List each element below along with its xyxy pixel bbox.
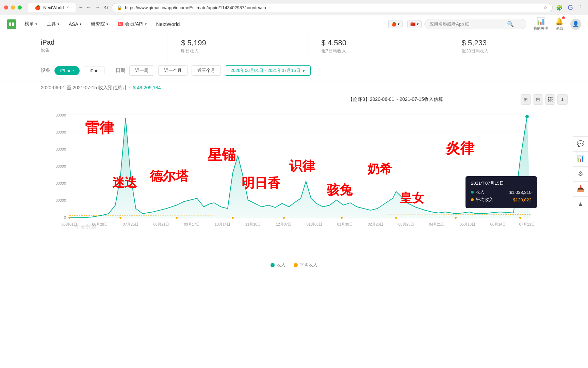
tooltip-date: 2021年07月15日 xyxy=(471,180,532,186)
svg-text:05月18日: 05月18日 xyxy=(460,222,475,226)
chart-shrink-button[interactable]: ⊟ xyxy=(533,94,543,105)
flag-arrow: ▾ xyxy=(417,22,419,26)
nav-research-arrow: ▾ xyxy=(107,22,108,26)
stat-yesterday: $ 5,199 昨日收入 xyxy=(167,33,308,60)
lock-icon: 🔒 xyxy=(117,5,122,10)
tooltip-revenue-label: 收入 xyxy=(476,189,485,195)
svg-point-21 xyxy=(232,217,234,219)
svg-point-24 xyxy=(395,217,397,219)
notification-badge xyxy=(562,16,565,19)
search-input[interactable] xyxy=(429,21,504,27)
nav-actions: 📊 我的关注 🔔 消息 👤 xyxy=(533,17,581,31)
legend-avg: 平均收入 xyxy=(294,262,317,268)
extensions-icon[interactable]: 🧩 xyxy=(556,4,563,11)
svg-text:10月14日: 10月14日 xyxy=(215,222,230,226)
profile-icon[interactable]: G xyxy=(568,4,573,12)
legend-avg-dot xyxy=(294,263,298,267)
nav-rankings-arrow: ▾ xyxy=(35,22,37,26)
svg-point-18 xyxy=(68,217,70,219)
svg-text:08月21日: 08月21日 xyxy=(153,222,169,226)
svg-text:00000: 00000 xyxy=(55,113,66,117)
nav-item-research[interactable]: 研究院 ▾ xyxy=(86,15,113,33)
svg-text:09月17日: 09月17日 xyxy=(184,222,200,226)
svg-text:0: 0 xyxy=(64,215,66,219)
recent-week-button[interactable]: 近一周 xyxy=(129,65,154,76)
nav-item-membership[interactable]: N 会员/API ▾ xyxy=(113,15,151,33)
device-filter-label: 设备 xyxy=(41,67,50,74)
my-follow-button[interactable]: 📊 我的关注 xyxy=(533,17,548,31)
date-filter-label: 日期 xyxy=(116,67,125,74)
chart-actions: ⊞ ⊟ 🖼 ⬇ xyxy=(521,94,568,105)
platform-apple-button[interactable]: 🍎 ▾ xyxy=(388,20,403,28)
nav-item-tools[interactable]: 工具 ▾ xyxy=(42,15,64,33)
total-amount: $ 49,209,184 xyxy=(133,85,161,90)
tab-close-icon[interactable]: × xyxy=(66,5,69,10)
tooltip-avg-value: $120,022 xyxy=(513,197,532,202)
nav-asa-arrow: ▾ xyxy=(80,22,81,26)
iphone-filter-button[interactable]: iPhone xyxy=(54,66,80,75)
bookmark-icon[interactable]: ☆ xyxy=(543,5,548,10)
tooltip-revenue-row: 收入 $1,038,310 xyxy=(471,189,532,195)
nav-research-label: 研究院 xyxy=(91,21,105,27)
stat-yesterday-value: $ 5,199 xyxy=(181,39,294,47)
chart-legend: 收入 平均收入 xyxy=(0,262,588,268)
stat-30day-label: 近30日均收入 xyxy=(462,48,574,54)
sidebar-chart-button[interactable]: 📊 xyxy=(573,151,588,166)
nav-brand-text: NextWorld xyxy=(156,21,180,27)
sidebar-scroll-up-button[interactable]: ▲ xyxy=(573,196,588,211)
ipad-filter-button[interactable]: iPad xyxy=(84,66,104,75)
nav-item-rankings[interactable]: 榜单 ▾ xyxy=(20,15,42,33)
tab-title: NextWorld xyxy=(43,5,64,10)
svg-text:12月07日: 12月07日 xyxy=(276,222,292,226)
nav-asa-label: ASA xyxy=(69,21,78,27)
stats-row: iPad 设备 $ 5,199 昨日收入 $ 4,580 近7日均收入 $ 5,… xyxy=(0,33,588,60)
sidebar-download-button[interactable]: 📥 xyxy=(573,181,588,196)
filter-divider xyxy=(110,67,110,74)
country-button[interactable]: 🇨🇳 ▾ xyxy=(407,20,422,28)
user-avatar[interactable]: 👤 xyxy=(570,19,581,30)
nav-item-asa[interactable]: ASA ▾ xyxy=(64,15,86,33)
sidebar-settings-button[interactable]: ⚙ xyxy=(573,166,588,181)
search-icon[interactable]: 🔍 xyxy=(507,21,514,27)
follow-icon: 📊 xyxy=(537,17,545,25)
svg-text:01月03日: 01月03日 xyxy=(307,222,322,226)
svg-text:06月14日: 06月14日 xyxy=(490,222,506,226)
legend-avg-label: 平均收入 xyxy=(300,262,317,268)
chart-tooltip: 2021年07月15日 收入 $1,038,310 平均收入 $120,022 xyxy=(466,176,537,208)
chart-download-button[interactable]: ⬇ xyxy=(557,94,568,105)
chart-image-button[interactable]: 🖼 xyxy=(545,94,555,105)
svg-text:07月25日: 07月25日 xyxy=(123,222,138,226)
messages-button[interactable]: 🔔 消息 xyxy=(555,17,564,31)
forward-icon[interactable]: → xyxy=(95,4,100,11)
stat-7day-value: $ 4,580 xyxy=(322,39,434,47)
browser-chrome: 🍎 NextWorld × + ← → ↻ 🔒 https://www.qima… xyxy=(0,0,588,15)
stat-7day-label: 近7日均收入 xyxy=(322,48,434,54)
svg-point-22 xyxy=(283,217,285,219)
tooltip-avg-label: 平均收入 xyxy=(476,197,493,203)
nav-membership-badge: N xyxy=(118,22,123,26)
svg-text:00000: 00000 xyxy=(55,181,66,185)
new-tab-button[interactable]: + xyxy=(79,4,83,11)
search-bar[interactable]: 🔍 xyxy=(424,19,526,29)
nav-bar: 榜单 ▾ 工具 ▾ ASA ▾ 研究院 ▾ N 会员/API ▾ NextWor… xyxy=(0,15,588,33)
nav-rankings-label: 榜单 xyxy=(24,21,34,27)
nav-membership-label: 会员/API xyxy=(125,21,143,27)
nav-tools-arrow: ▾ xyxy=(58,22,59,26)
legend-revenue-dot xyxy=(271,263,275,267)
recent-month-button[interactable]: 近一个月 xyxy=(158,65,187,76)
refresh-icon[interactable]: ↻ xyxy=(104,4,108,11)
nav-brand: NextWorld xyxy=(151,15,185,33)
legend-revenue-label: 收入 xyxy=(277,262,285,268)
recent-three-months-button[interactable]: 近三个月 xyxy=(192,65,221,76)
browser-tab[interactable]: 🍎 NextWorld × xyxy=(28,3,76,12)
address-bar[interactable]: 🔒 https://www.qimai.cn/app/incomeEstimat… xyxy=(112,3,553,12)
back-icon[interactable]: ← xyxy=(86,4,92,11)
menu-icon[interactable]: ⋮ xyxy=(578,4,584,11)
chart-watermark: 七麦数据 xyxy=(75,224,97,231)
svg-point-25 xyxy=(455,217,457,219)
date-range-button[interactable]: 2020年06月01日 - 2021年07月15日 ▾ xyxy=(225,65,311,76)
sidebar-chat-button[interactable]: 💬 xyxy=(573,136,588,151)
chart-expand-button[interactable]: ⊞ xyxy=(521,94,531,105)
svg-point-23 xyxy=(341,217,343,219)
apple-icon: 🍎 xyxy=(391,22,396,27)
